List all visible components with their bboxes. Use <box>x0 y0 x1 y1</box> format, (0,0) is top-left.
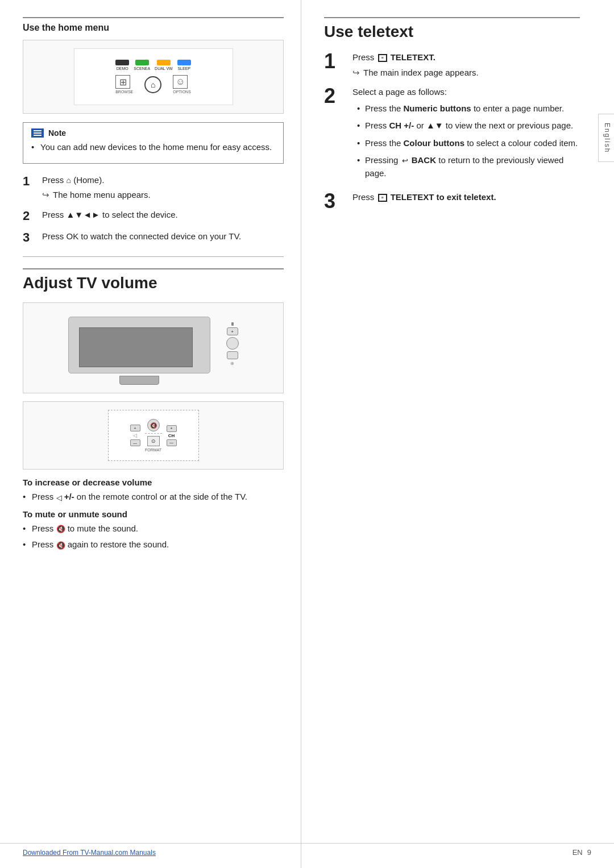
bullet: • <box>23 491 27 504</box>
remote-diagram: + ◁ — 🔇 ⊙ FORMAT + CH — <box>23 401 284 470</box>
mute-unmute-heading: To mute or unmute sound <box>23 509 284 519</box>
teletext-bullet-3-text: Press the Colour buttons to select a col… <box>365 137 578 150</box>
mute-btn: 🔇 <box>147 419 160 431</box>
teletext-step1-content: Press ≡ TELETEXT. ↪ The main index page … <box>352 51 479 79</box>
options-label: ☺ OPTIONS <box>173 75 191 94</box>
note-header: Note <box>31 128 275 138</box>
teletext-step1-press: Press <box>352 52 374 62</box>
bullet: • <box>31 141 36 154</box>
footer-lang: EN <box>572 848 583 857</box>
step3-text: Press OK to watch the connected device o… <box>42 231 241 241</box>
home-center-icon: ⌂ <box>144 76 161 93</box>
ok-btn: ⊙ <box>147 436 160 446</box>
remote-control-illustration: + ◁ — 🔇 ⊙ FORMAT + CH — <box>108 410 199 461</box>
vol-text-1: Press ◁ +/- on the remote control or at … <box>32 491 247 504</box>
note-item: • You can add new devices to the home me… <box>31 141 275 154</box>
demo-btn: DEMO <box>115 60 129 70</box>
note-icon-lines <box>34 129 42 137</box>
home-menu-title: Use the home menu <box>23 17 284 33</box>
home-step-2: 2 Press ▲▼◄► to select the device. <box>23 209 284 223</box>
teletext-icon-3: ≡ <box>378 194 387 202</box>
bullet: • <box>23 522 27 535</box>
english-tab: English <box>598 114 614 162</box>
step-2-content: Press ▲▼◄► to select the device. <box>42 209 178 222</box>
back-icon: ↩ <box>402 155 408 167</box>
teletext-step2-intro: Select a page as follows: <box>352 87 447 97</box>
divider <box>23 256 284 257</box>
step1-sub: ↪ The home menu appears. <box>42 189 151 202</box>
teletext-step-num-2: 2 <box>324 86 347 106</box>
teletext-step3-label: TELETEXT to exit teletext. <box>391 192 496 202</box>
teletext-step-2: 2 Select a page as follows: • Press the … <box>324 86 580 184</box>
mute-icon-inline: 🔇 <box>56 524 65 535</box>
teletext-bullet-4-text: Pressing ↩ BACK to return to the previou… <box>365 154 580 180</box>
ch-text: CH <box>168 433 175 438</box>
step-num-1: 1 <box>23 174 36 189</box>
vol-minus-btn: — <box>130 439 140 446</box>
browse-label: ⊞ BROWSE <box>115 75 133 94</box>
ch-label: + <box>167 425 177 432</box>
mute-text-1: Press 🔇 to mute the sound. <box>32 522 138 535</box>
adjust-volume-title: Adjust TV volume <box>23 268 284 292</box>
page-footer: Downloaded From TV-Manual.com Manuals EN… <box>0 843 614 857</box>
step-num-2: 2 <box>23 209 36 223</box>
step1-press: Press <box>42 175 64 185</box>
vol-plus-minus: +/- <box>64 492 74 501</box>
bullet: • <box>357 137 362 150</box>
right-column: English Use teletext 1 Press ≡ TELETEXT.… <box>301 0 614 868</box>
home-step-1: 1 Press ⌂ (Home). ↪ The home menu appear… <box>23 174 284 202</box>
page-container: Use the home menu DEMO SCENEA DUAL VW <box>0 0 614 868</box>
mute-text-2: Press 🔇 again to restore the sound. <box>32 538 169 551</box>
teletext-bullet-list: • Press the Numeric buttons to enter a p… <box>357 102 580 180</box>
footer-link[interactable]: Downloaded From TV-Manual.com Manuals <box>23 849 156 857</box>
home-icon: ⌂ <box>67 175 71 186</box>
teletext-step-num-1: 1 <box>324 51 347 72</box>
note-text: You can add new devices to the home menu… <box>40 141 272 154</box>
vol-icon-inline: ◁ <box>56 492 62 504</box>
mute-bullet-2: • Press 🔇 again to restore the sound. <box>23 538 284 551</box>
tv-controls-side: + ⊕ <box>226 322 239 366</box>
teletext-bullet-1-text: Press the Numeric buttons to enter a pag… <box>365 102 564 115</box>
bullet: • <box>357 102 362 115</box>
tv-plus-btn: + <box>227 327 238 335</box>
home-menu-diagram: DEMO SCENEA DUAL VW SLEEP <box>23 40 284 114</box>
note-label: Note <box>48 128 66 138</box>
tv-diagram: + ⊕ <box>23 302 284 393</box>
teletext-step1-label: TELETEXT. <box>391 52 435 62</box>
mute-col: 🔇 ⊙ FORMAT <box>145 419 162 452</box>
teletext-step2-content: Select a page as follows: • Press the Nu… <box>352 86 580 184</box>
step2-text: Press ▲▼◄► to select the device. <box>42 210 178 219</box>
teletext-step-num-3: 3 <box>324 191 347 211</box>
footer-page-info: EN 9 <box>572 848 591 857</box>
tv-stand <box>119 376 159 385</box>
teletext-title: Use teletext <box>324 17 580 41</box>
vol-plus-btn: + <box>130 425 140 431</box>
teletext-step1-sub-text: The main index page appears. <box>363 67 479 80</box>
step-1-content: Press ⌂ (Home). ↪ The home menu appears. <box>42 174 151 202</box>
step-num-3: 3 <box>23 230 36 245</box>
teletext-bullet-1: • Press the Numeric buttons to enter a p… <box>357 102 580 115</box>
bullet: • <box>23 538 27 551</box>
teletext-step-3: 3 Press ≡ TELETEXT to exit teletext. <box>324 191 580 211</box>
mute-list: • Press 🔇 to mute the sound. • Press 🔇 a… <box>23 522 284 551</box>
teletext-step3-press: Press <box>352 192 374 202</box>
bullet: • <box>357 154 362 180</box>
teletext-step3-content: Press ≡ TELETEXT to exit teletext. <box>352 191 496 204</box>
teletext-step1-sub: ↪ The main index page appears. <box>352 67 479 80</box>
remote-inner: + ◁ — 🔇 ⊙ FORMAT + CH — <box>130 419 177 452</box>
teletext-bullet-2-text: Press CH +/- or ▲▼ to view the next or p… <box>365 119 573 132</box>
note-icon <box>31 128 44 138</box>
mute-bullet-1: • Press 🔇 to mute the sound. <box>23 522 284 535</box>
tv-body <box>68 317 210 373</box>
footer-page-num: 9 <box>587 848 591 857</box>
vol-icon: ◁ <box>133 433 137 438</box>
home-menu-ui: DEMO SCENEA DUAL VW SLEEP <box>74 48 233 105</box>
sleep-btn: SLEEP <box>177 60 191 70</box>
dual-btn: DUAL VW <box>155 60 173 70</box>
vol-bullet-1: • Press ◁ +/- on the remote control or a… <box>23 491 284 504</box>
home-icon-row: ⊞ BROWSE ⌂ ☺ OPTIONS <box>115 75 191 94</box>
step1-label: (Home). <box>73 175 104 185</box>
teletext-bullet-2: • Press CH +/- or ▲▼ to view the next or… <box>357 119 580 132</box>
increase-decrease-heading: To increase or decrease volume <box>23 477 284 487</box>
bullet: • <box>357 119 362 132</box>
